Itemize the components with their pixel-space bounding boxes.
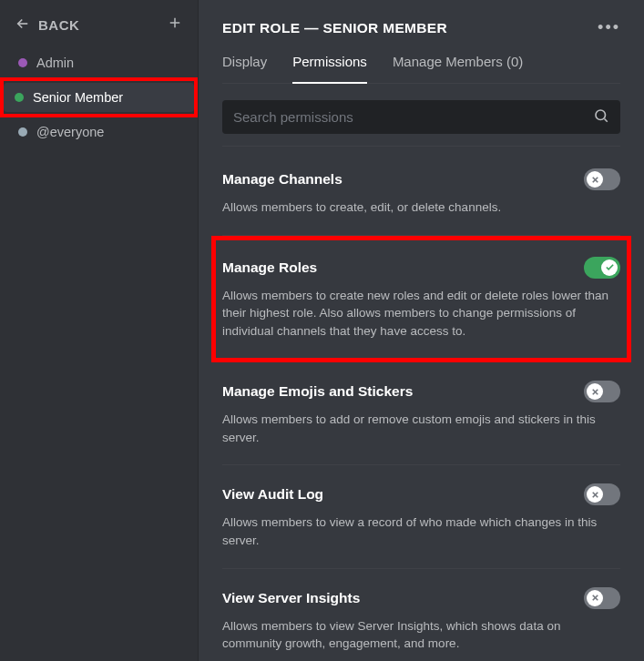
permission-title: Manage Emojis and Stickers xyxy=(222,383,413,400)
toggle-view-audit-log[interactable] xyxy=(584,483,620,505)
permission-title: View Audit Log xyxy=(222,486,323,503)
role-list: Admin Senior Member @everyone xyxy=(0,48,198,147)
main-header: EDIT ROLE — SENIOR MEMBER ••• xyxy=(222,18,620,37)
add-role-button[interactable] xyxy=(167,15,183,36)
role-color-dot xyxy=(18,127,27,137)
permission-title: Manage Channels xyxy=(222,171,342,188)
main-content: EDIT ROLE — SENIOR MEMBER ••• Display Pe… xyxy=(199,0,644,661)
role-label: Admin xyxy=(36,56,74,70)
partial-row-divider xyxy=(222,141,620,147)
back-button[interactable]: BACK xyxy=(15,15,79,35)
more-options-button[interactable]: ••• xyxy=(598,18,620,37)
search-icon xyxy=(593,107,609,127)
search-input[interactable] xyxy=(222,100,620,134)
permission-manage-emojis: Manage Emojis and Stickers Allows member… xyxy=(222,362,620,465)
role-tabs: Display Permissions Manage Members (0) xyxy=(222,54,620,84)
toggle-knob xyxy=(587,171,603,188)
permission-description: Allows members to view a record of who m… xyxy=(222,514,620,549)
more-horizontal-icon: ••• xyxy=(598,18,620,36)
permission-view-audit-log: View Audit Log Allows members to view a … xyxy=(222,465,620,568)
permission-description: Allows members to view Server Insights, … xyxy=(222,617,620,653)
annotation-highlight: Senior Member xyxy=(0,77,198,117)
toggle-manage-emojis[interactable] xyxy=(584,381,620,402)
permissions-list: Manage Channels Allows members to create… xyxy=(222,141,620,661)
arrow-left-icon xyxy=(15,15,31,35)
permission-description: Allows members to create, edit, or delet… xyxy=(222,198,620,217)
permission-view-server-insights: View Server Insights Allows members to v… xyxy=(222,569,620,662)
toggle-knob xyxy=(587,383,603,400)
permission-description: Allows members to add or remove custom e… xyxy=(222,411,620,446)
search-wrap xyxy=(222,100,620,134)
toggle-knob xyxy=(587,486,603,503)
sidebar-item-admin[interactable]: Admin xyxy=(7,48,190,77)
permission-manage-channels: Manage Channels Allows members to create… xyxy=(222,150,620,236)
sidebar-item-senior-member[interactable]: Senior Member xyxy=(4,83,194,112)
tab-display[interactable]: Display xyxy=(222,54,267,84)
role-label: Senior Member xyxy=(33,90,123,105)
role-label: @everyone xyxy=(36,125,104,139)
toggle-manage-channels[interactable] xyxy=(584,168,620,190)
sidebar-item-everyone[interactable]: @everyone xyxy=(7,117,190,147)
toggle-view-server-insights[interactable] xyxy=(584,587,620,609)
svg-point-0 xyxy=(596,110,606,120)
role-color-dot xyxy=(18,58,27,67)
toggle-knob xyxy=(587,590,603,606)
permission-description: Allows members to create new roles and e… xyxy=(222,287,620,341)
tab-permissions[interactable]: Permissions xyxy=(292,54,367,84)
tab-manage-members[interactable]: Manage Members (0) xyxy=(393,54,523,84)
permission-title: Manage Roles xyxy=(222,259,317,276)
sidebar-header: BACK xyxy=(0,0,198,48)
role-color-dot xyxy=(15,93,24,102)
toggle-manage-roles[interactable] xyxy=(584,257,620,279)
toggle-knob xyxy=(601,259,618,276)
page-title: EDIT ROLE — SENIOR MEMBER xyxy=(222,20,447,36)
permission-title: View Server Insights xyxy=(222,590,360,606)
plus-icon xyxy=(167,15,183,35)
annotation-highlight: Manage Roles Allows members to create ne… xyxy=(211,236,631,363)
permission-manage-roles: Manage Roles Allows members to create ne… xyxy=(222,240,620,359)
back-label: BACK xyxy=(38,17,79,33)
roles-sidebar: BACK Admin Senior Member @everyone xyxy=(0,0,199,661)
